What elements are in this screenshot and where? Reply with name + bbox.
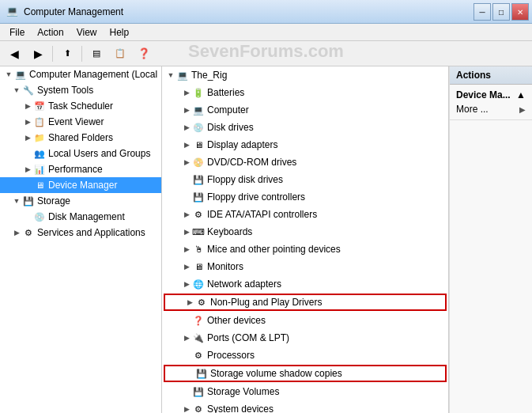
mid-expand-processors bbox=[181, 350, 192, 361]
close-button[interactable]: ✕ bbox=[511, 3, 529, 21]
action-more[interactable]: More ... ▶ bbox=[453, 102, 529, 116]
mid-expand-shadow bbox=[184, 368, 195, 379]
mid-expand-non-plug: ▶ bbox=[184, 297, 195, 308]
mid-non-plug[interactable]: ▶ ⚙ Non-Plug and Play Drivers bbox=[164, 294, 447, 311]
mid-processors-label: Processors bbox=[207, 350, 255, 361]
menu-action[interactable]: Action bbox=[31, 25, 70, 40]
tree-system-tools[interactable]: ▼ 🔧 System Tools bbox=[0, 82, 161, 98]
mid-floppy-ctrl[interactable]: 💾 Floppy drive controllers bbox=[162, 188, 448, 206]
show-hide-button[interactable]: ▤ bbox=[85, 44, 108, 64]
menu-view[interactable]: View bbox=[70, 25, 104, 40]
tree-storage[interactable]: ▼ 💾 Storage bbox=[0, 193, 161, 209]
mid-batteries[interactable]: ▶ 🔋 Batteries bbox=[162, 84, 448, 101]
left-panel[interactable]: ▼ 💻 Computer Management (Local ▼ 🔧 Syste… bbox=[0, 66, 162, 413]
tree-task-scheduler[interactable]: ▶ 📅 Task Scheduler bbox=[0, 98, 161, 114]
mid-other[interactable]: ❓ Other devices bbox=[162, 312, 448, 329]
mid-keyboards-icon: ⌨ bbox=[192, 225, 205, 238]
mid-expand-other bbox=[181, 315, 192, 326]
users-icon: 👥 bbox=[33, 147, 46, 160]
mid-expand-ports: ▶ bbox=[181, 332, 192, 343]
mid-processors-icon: ⚙ bbox=[192, 349, 205, 362]
mid-dvd-label: DVD/CD-ROM drives bbox=[207, 157, 296, 168]
properties-button[interactable]: 📋 bbox=[109, 44, 131, 64]
devmgr-label: Device Manager bbox=[48, 180, 117, 191]
perf-icon: 📊 bbox=[33, 163, 46, 176]
mid-ports[interactable]: ▶ 🔌 Ports (COM & LPT) bbox=[162, 329, 448, 347]
mid-expand-mice: ▶ bbox=[181, 244, 192, 255]
mid-floppy[interactable]: 💾 Floppy disk drives bbox=[162, 171, 448, 188]
mid-dvd[interactable]: ▶ 📀 DVD/CD-ROM drives bbox=[162, 153, 448, 171]
action-device-ma-arrow: ▲ bbox=[516, 89, 526, 100]
menu-bar: File Action View Help bbox=[0, 24, 532, 41]
minimize-button[interactable]: ─ bbox=[474, 3, 491, 21]
mid-system-dev-label: System devices bbox=[207, 404, 274, 413]
tree-local-users[interactable]: 👥 Local Users and Groups bbox=[0, 146, 161, 161]
systemtools-label: System Tools bbox=[37, 85, 93, 96]
shared-label: Shared Folders bbox=[48, 132, 113, 143]
mid-monitors-label: Monitors bbox=[207, 261, 243, 272]
mid-mice-label: Mice and other pointing devices bbox=[207, 244, 341, 255]
mid-mice-icon: 🖱 bbox=[192, 243, 205, 256]
tree-shared-folders[interactable]: ▶ 📁 Shared Folders bbox=[0, 130, 161, 146]
mid-panel[interactable]: ▼ 💻 The_Rig ▶ 🔋 Batteries ▶ 💻 Computer ▶… bbox=[162, 66, 449, 413]
action-more-label: More ... bbox=[456, 104, 489, 115]
mid-storage-vols-icon: 💾 bbox=[192, 385, 205, 398]
storage-icon: 💾 bbox=[22, 195, 35, 207]
mid-monitors[interactable]: ▶ 🖥 Monitors bbox=[162, 258, 448, 275]
action-more-arrow: ▶ bbox=[519, 105, 526, 114]
mid-root[interactable]: ▼ 💻 The_Rig bbox=[162, 66, 448, 84]
task-icon: 📅 bbox=[33, 100, 46, 112]
mid-keyboards-label: Keyboards bbox=[207, 226, 252, 237]
mid-expand-floppy-ctrl bbox=[181, 191, 192, 203]
tree-services[interactable]: ▶ ⚙ Services and Applications bbox=[0, 225, 161, 241]
mid-ide[interactable]: ▶ ⚙ IDE ATA/ATAPI controllers bbox=[162, 206, 448, 223]
mid-system-dev[interactable]: ▶ ⚙ System devices bbox=[162, 400, 448, 413]
expand-task-icon: ▶ bbox=[22, 100, 33, 112]
expand-root-icon: ▼ bbox=[3, 69, 14, 80]
mid-processors[interactable]: ⚙ Processors bbox=[162, 347, 448, 364]
tree-root[interactable]: ▼ 💻 Computer Management (Local bbox=[0, 66, 161, 82]
action-device-ma-label: Device Ma... bbox=[456, 89, 511, 100]
forward-button[interactable]: ▶ bbox=[27, 44, 49, 64]
mid-keyboards[interactable]: ▶ ⌨ Keyboards bbox=[162, 223, 448, 241]
event-label: Event Viewer bbox=[48, 116, 104, 127]
maximize-button[interactable]: □ bbox=[492, 3, 510, 21]
tree-disk-management[interactable]: 💿 Disk Management bbox=[0, 209, 161, 225]
menu-help[interactable]: Help bbox=[104, 25, 136, 40]
up-button[interactable]: ⬆ bbox=[56, 44, 78, 64]
expand-disk-icon bbox=[22, 211, 33, 222]
mid-disk-icon: 💿 bbox=[192, 121, 205, 134]
right-panel: Actions Device Ma... ▲ More ... ▶ bbox=[449, 66, 532, 413]
services-label: Services and Applications bbox=[37, 227, 145, 238]
toolbar-separator-2 bbox=[81, 46, 82, 62]
expand-services-icon: ▶ bbox=[11, 227, 22, 238]
mid-expand-display: ▶ bbox=[181, 139, 192, 150]
back-button[interactable]: ◀ bbox=[3, 44, 25, 64]
mid-shadow[interactable]: 💾 Storage volume shadow copies bbox=[164, 365, 447, 382]
storage-label: Storage bbox=[37, 195, 70, 206]
root-icon: 💻 bbox=[14, 68, 27, 81]
mid-mice[interactable]: ▶ 🖱 Mice and other pointing devices bbox=[162, 241, 448, 258]
menu-file[interactable]: File bbox=[3, 25, 31, 40]
tree-performance[interactable]: ▶ 📊 Performance bbox=[0, 161, 161, 177]
mid-network[interactable]: ▶ 🌐 Network adapters bbox=[162, 275, 448, 293]
action-device-ma[interactable]: Device Ma... ▲ bbox=[453, 88, 529, 102]
devmgr-icon: 🖥 bbox=[33, 179, 46, 191]
actions-device-ma-section: Device Ma... ▲ More ... ▶ bbox=[450, 85, 532, 120]
mid-root-icon: 💻 bbox=[176, 69, 189, 81]
help-button[interactable]: ❓ bbox=[133, 44, 155, 64]
window-controls: ─ □ ✕ bbox=[474, 3, 529, 21]
mid-display[interactable]: ▶ 🖥 Display adapters bbox=[162, 136, 448, 153]
mid-disk-drives[interactable]: ▶ 💿 Disk drives bbox=[162, 119, 448, 136]
mid-computer[interactable]: ▶ 💻 Computer bbox=[162, 101, 448, 119]
mid-batteries-label: Batteries bbox=[207, 87, 244, 98]
mid-shadow-icon: 💾 bbox=[195, 367, 208, 380]
toolbar: ◀ ▶ ⬆ ▤ 📋 ❓ bbox=[0, 41, 532, 66]
mid-storage-vols[interactable]: 💾 Storage Volumes bbox=[162, 383, 448, 400]
expand-users-icon bbox=[22, 148, 33, 159]
mid-ports-label: Ports (COM & LPT) bbox=[207, 332, 289, 343]
root-label: Computer Management (Local bbox=[29, 69, 157, 80]
tree-device-manager[interactable]: 🖥 Device Manager bbox=[0, 177, 161, 193]
tree-event-viewer[interactable]: ▶ 📋 Event Viewer bbox=[0, 114, 161, 130]
mid-expand-floppy bbox=[181, 174, 192, 185]
